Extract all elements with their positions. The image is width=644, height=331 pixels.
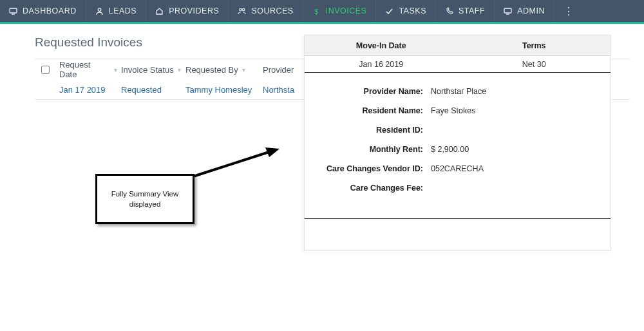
svg-point-2 [98,8,101,11]
select-all-checkbox[interactable] [41,66,50,74]
callout-text: Fully Summary View displayed [104,189,186,209]
svg-rect-6 [504,8,511,13]
col-invoice-status-label: Invoice Status [121,65,174,75]
summary-head: Move-In Date Terms [305,35,611,56]
nav-staff[interactable]: STAFF [436,0,495,22]
nav-label: INVOICES [326,6,367,15]
nav-label: PROVIDERS [169,6,219,15]
summary-head-movein: Move-In Date [305,41,458,50]
header-select-all[interactable] [35,66,59,74]
svg-rect-0 [10,8,17,13]
kv-resident-name: Resident Name: Faye Stokes [315,101,600,120]
nav-label: ADMIN [517,6,545,15]
value-vendor-id: 052CARECHA [427,164,484,173]
summary-panel: Move-In Date Terms Jan 16 2019 Net 30 Pr… [304,35,611,251]
summary-kvlist: Provider Name: Northstar Place Resident … [305,73,611,219]
nav-label: LEADS [109,6,137,15]
nav-more[interactable]: ⋮ [554,0,583,22]
summary-footer-space [305,219,611,250]
value-provider-name: Northstar Place [427,87,486,96]
user-icon [95,7,104,15]
nav-sources[interactable]: SOURCES [229,0,303,22]
svg-point-3 [240,8,242,11]
svg-text:$: $ [314,8,319,15]
nav-label: DASHBOARD [23,6,77,15]
label-resident-name: Resident Name: [315,106,427,115]
nav-invoices[interactable]: $INVOICES [303,0,377,22]
kv-fee: Care Changes Fee: [315,178,600,198]
col-requested-by[interactable]: Requested By ▾ [185,65,263,75]
nav-admin[interactable]: ADMIN [495,0,554,22]
nav-dashboard[interactable]: DASHBOARD [0,0,86,22]
sort-icon: ▾ [242,66,245,73]
label-provider-name: Provider Name: [315,87,427,96]
monitor-icon [504,7,512,15]
cell-request-date: Jan 17 2019 [59,85,121,95]
sort-icon: ▾ [178,66,181,73]
col-requested-by-label: Requested By [185,65,238,75]
svg-line-8 [193,151,273,176]
more-icon: ⋮ [564,5,574,17]
svg-point-4 [243,8,245,11]
kv-vendor-id: Care Changes Vendor ID: 052CARECHA [315,159,600,178]
nav-label: STAFF [459,6,485,15]
value-resident-name: Faye Stokes [427,106,475,115]
kv-provider-name: Provider Name: Northstar Place [315,82,600,101]
col-invoice-status[interactable]: Invoice Status ▾ [121,65,185,75]
top-nav: DASHBOARDLEADSPROVIDERSSOURCES$INVOICEST… [0,0,644,24]
summary-terms: Net 30 [458,60,611,69]
label-monthly-rent: Monthly Rent: [315,145,427,154]
col-request-date[interactable]: Request Date ▾ [59,60,121,79]
nav-label: SOURCES [251,6,293,15]
monitor-icon [9,7,17,15]
value-monthly-rent: $ 2,900.00 [427,145,469,154]
cell-invoice-status: Requested [121,85,185,95]
sort-icon: ▾ [114,66,117,73]
home-icon [155,7,164,15]
kv-resident-id: Resident ID: [315,120,600,140]
phone-icon [445,7,453,15]
summary-row: Jan 16 2019 Net 30 [305,56,611,73]
cell-requested-by: Tammy Homesley [185,85,263,95]
people-icon [238,7,246,15]
dollar-icon: $ [312,7,321,15]
label-resident-id: Resident ID: [315,126,427,135]
summary-movein: Jan 16 2019 [305,60,458,69]
nav-label: TASKS [399,6,426,15]
col-request-date-label: Request Date [59,60,110,79]
arrow-icon [189,144,286,183]
nav-tasks[interactable]: TASKS [376,0,436,22]
kv-monthly-rent: Monthly Rent: $ 2,900.00 [315,140,600,159]
nav-leads[interactable]: LEADS [86,0,147,22]
nav-providers[interactable]: PROVIDERS [146,0,229,22]
callout-box: Fully Summary View displayed [95,174,194,224]
label-fee: Care Changes Fee: [315,184,427,193]
svg-marker-9 [265,147,279,157]
check-icon [385,7,393,15]
label-vendor-id: Care Changes Vendor ID: [315,164,427,173]
col-provider-label: Provider [263,65,294,75]
summary-head-terms: Terms [458,41,611,50]
